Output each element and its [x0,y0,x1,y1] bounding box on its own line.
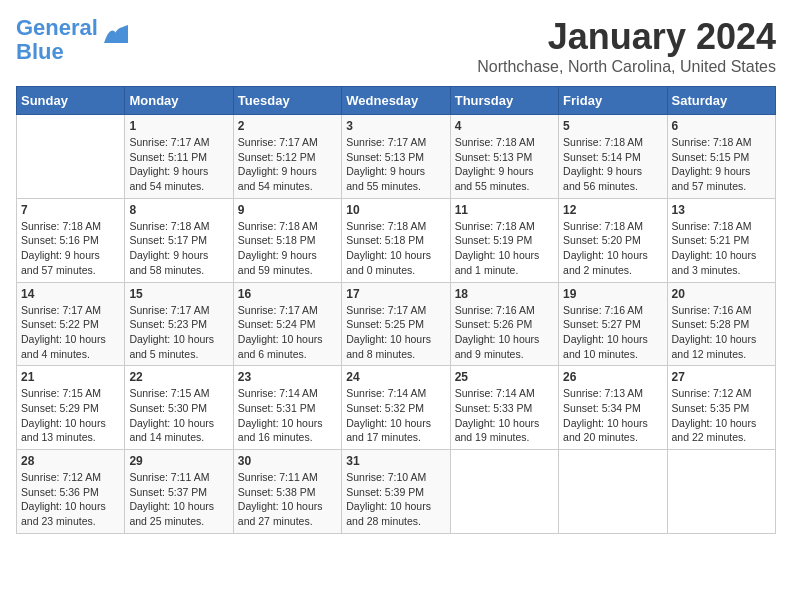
weekday-header: Monday [125,87,233,115]
calendar-cell: 25Sunrise: 7:14 AM Sunset: 5:33 PM Dayli… [450,366,558,450]
calendar-cell: 8Sunrise: 7:18 AM Sunset: 5:17 PM Daylig… [125,198,233,282]
day-number: 23 [238,370,337,384]
day-number: 25 [455,370,554,384]
header: General Blue January 2024 Northchase, No… [16,16,776,76]
day-number: 3 [346,119,445,133]
day-info: Sunrise: 7:10 AM Sunset: 5:39 PM Dayligh… [346,470,445,529]
calendar-cell: 27Sunrise: 7:12 AM Sunset: 5:35 PM Dayli… [667,366,775,450]
day-number: 24 [346,370,445,384]
title-block: January 2024 Northchase, North Carolina,… [477,16,776,76]
day-info: Sunrise: 7:15 AM Sunset: 5:30 PM Dayligh… [129,386,228,445]
day-number: 31 [346,454,445,468]
logo-text: General Blue [16,16,98,64]
day-number: 9 [238,203,337,217]
day-info: Sunrise: 7:17 AM Sunset: 5:11 PM Dayligh… [129,135,228,194]
calendar-cell: 29Sunrise: 7:11 AM Sunset: 5:37 PM Dayli… [125,450,233,534]
calendar-cell [17,115,125,199]
calendar-cell: 20Sunrise: 7:16 AM Sunset: 5:28 PM Dayli… [667,282,775,366]
calendar-cell: 21Sunrise: 7:15 AM Sunset: 5:29 PM Dayli… [17,366,125,450]
day-info: Sunrise: 7:11 AM Sunset: 5:37 PM Dayligh… [129,470,228,529]
day-info: Sunrise: 7:14 AM Sunset: 5:31 PM Dayligh… [238,386,337,445]
day-number: 11 [455,203,554,217]
day-info: Sunrise: 7:17 AM Sunset: 5:25 PM Dayligh… [346,303,445,362]
day-info: Sunrise: 7:14 AM Sunset: 5:32 PM Dayligh… [346,386,445,445]
calendar-cell: 16Sunrise: 7:17 AM Sunset: 5:24 PM Dayli… [233,282,341,366]
calendar-cell: 19Sunrise: 7:16 AM Sunset: 5:27 PM Dayli… [559,282,667,366]
day-number: 16 [238,287,337,301]
weekday-header: Wednesday [342,87,450,115]
day-info: Sunrise: 7:18 AM Sunset: 5:18 PM Dayligh… [238,219,337,278]
day-info: Sunrise: 7:15 AM Sunset: 5:29 PM Dayligh… [21,386,120,445]
day-info: Sunrise: 7:18 AM Sunset: 5:21 PM Dayligh… [672,219,771,278]
day-info: Sunrise: 7:17 AM Sunset: 5:22 PM Dayligh… [21,303,120,362]
day-info: Sunrise: 7:16 AM Sunset: 5:26 PM Dayligh… [455,303,554,362]
day-info: Sunrise: 7:17 AM Sunset: 5:23 PM Dayligh… [129,303,228,362]
day-number: 12 [563,203,662,217]
day-number: 30 [238,454,337,468]
day-number: 13 [672,203,771,217]
day-number: 4 [455,119,554,133]
weekday-header: Sunday [17,87,125,115]
day-info: Sunrise: 7:13 AM Sunset: 5:34 PM Dayligh… [563,386,662,445]
day-info: Sunrise: 7:12 AM Sunset: 5:36 PM Dayligh… [21,470,120,529]
calendar-cell [450,450,558,534]
calendar-cell: 10Sunrise: 7:18 AM Sunset: 5:18 PM Dayli… [342,198,450,282]
calendar-cell: 30Sunrise: 7:11 AM Sunset: 5:38 PM Dayli… [233,450,341,534]
calendar-cell: 11Sunrise: 7:18 AM Sunset: 5:19 PM Dayli… [450,198,558,282]
day-number: 18 [455,287,554,301]
day-info: Sunrise: 7:14 AM Sunset: 5:33 PM Dayligh… [455,386,554,445]
logo: General Blue [16,16,130,64]
day-info: Sunrise: 7:17 AM Sunset: 5:24 PM Dayligh… [238,303,337,362]
calendar-cell: 22Sunrise: 7:15 AM Sunset: 5:30 PM Dayli… [125,366,233,450]
calendar-body: 1Sunrise: 7:17 AM Sunset: 5:11 PM Daylig… [17,115,776,534]
calendar-cell: 13Sunrise: 7:18 AM Sunset: 5:21 PM Dayli… [667,198,775,282]
day-number: 20 [672,287,771,301]
calendar-week-row: 21Sunrise: 7:15 AM Sunset: 5:29 PM Dayli… [17,366,776,450]
calendar-header-row: SundayMondayTuesdayWednesdayThursdayFrid… [17,87,776,115]
day-info: Sunrise: 7:18 AM Sunset: 5:14 PM Dayligh… [563,135,662,194]
calendar-cell: 3Sunrise: 7:17 AM Sunset: 5:13 PM Daylig… [342,115,450,199]
day-info: Sunrise: 7:18 AM Sunset: 5:17 PM Dayligh… [129,219,228,278]
calendar-week-row: 28Sunrise: 7:12 AM Sunset: 5:36 PM Dayli… [17,450,776,534]
day-number: 6 [672,119,771,133]
day-number: 1 [129,119,228,133]
day-number: 2 [238,119,337,133]
day-number: 5 [563,119,662,133]
weekday-header: Tuesday [233,87,341,115]
day-number: 28 [21,454,120,468]
calendar-cell: 24Sunrise: 7:14 AM Sunset: 5:32 PM Dayli… [342,366,450,450]
day-number: 8 [129,203,228,217]
day-info: Sunrise: 7:17 AM Sunset: 5:13 PM Dayligh… [346,135,445,194]
calendar-cell [667,450,775,534]
day-info: Sunrise: 7:18 AM Sunset: 5:15 PM Dayligh… [672,135,771,194]
day-number: 14 [21,287,120,301]
day-info: Sunrise: 7:17 AM Sunset: 5:12 PM Dayligh… [238,135,337,194]
calendar-cell: 23Sunrise: 7:14 AM Sunset: 5:31 PM Dayli… [233,366,341,450]
day-info: Sunrise: 7:18 AM Sunset: 5:13 PM Dayligh… [455,135,554,194]
day-number: 21 [21,370,120,384]
day-info: Sunrise: 7:18 AM Sunset: 5:20 PM Dayligh… [563,219,662,278]
day-number: 22 [129,370,228,384]
weekday-header: Saturday [667,87,775,115]
calendar-cell: 1Sunrise: 7:17 AM Sunset: 5:11 PM Daylig… [125,115,233,199]
day-number: 17 [346,287,445,301]
calendar-week-row: 14Sunrise: 7:17 AM Sunset: 5:22 PM Dayli… [17,282,776,366]
calendar-cell: 7Sunrise: 7:18 AM Sunset: 5:16 PM Daylig… [17,198,125,282]
calendar-cell: 17Sunrise: 7:17 AM Sunset: 5:25 PM Dayli… [342,282,450,366]
calendar-cell [559,450,667,534]
day-number: 10 [346,203,445,217]
day-number: 19 [563,287,662,301]
day-info: Sunrise: 7:12 AM Sunset: 5:35 PM Dayligh… [672,386,771,445]
logo-bird-icon [102,23,130,45]
day-info: Sunrise: 7:18 AM Sunset: 5:18 PM Dayligh… [346,219,445,278]
day-number: 27 [672,370,771,384]
calendar-cell: 9Sunrise: 7:18 AM Sunset: 5:18 PM Daylig… [233,198,341,282]
day-number: 15 [129,287,228,301]
calendar-week-row: 1Sunrise: 7:17 AM Sunset: 5:11 PM Daylig… [17,115,776,199]
calendar-cell: 26Sunrise: 7:13 AM Sunset: 5:34 PM Dayli… [559,366,667,450]
day-info: Sunrise: 7:16 AM Sunset: 5:28 PM Dayligh… [672,303,771,362]
calendar-table: SundayMondayTuesdayWednesdayThursdayFrid… [16,86,776,534]
day-info: Sunrise: 7:16 AM Sunset: 5:27 PM Dayligh… [563,303,662,362]
calendar-cell: 2Sunrise: 7:17 AM Sunset: 5:12 PM Daylig… [233,115,341,199]
location-title: Northchase, North Carolina, United State… [477,58,776,76]
